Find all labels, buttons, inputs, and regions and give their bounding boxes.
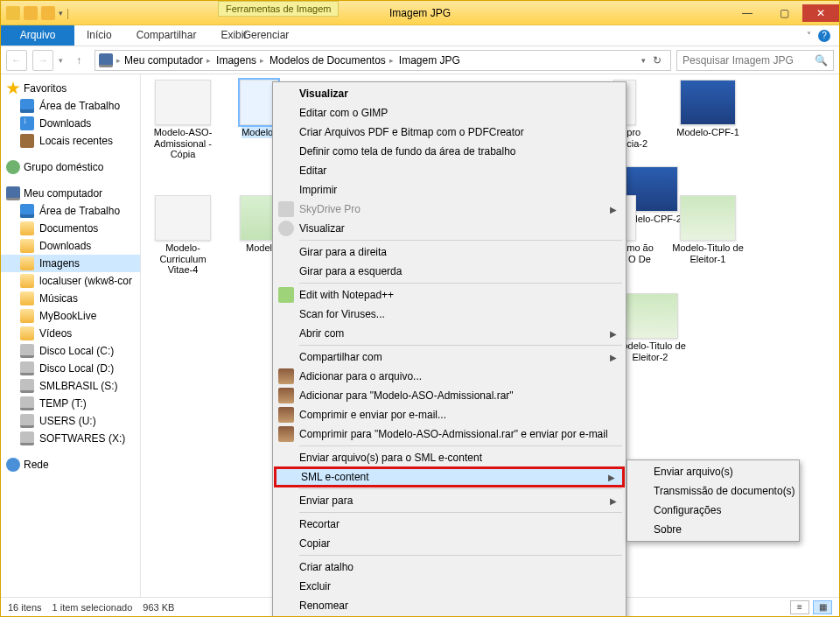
computer-icon (6, 186, 20, 200)
address-bar[interactable]: ▸Meu computador▸ Imagens▸ Modelos de Doc… (94, 50, 671, 71)
file-item[interactable]: Modelo-CPF-1 (671, 80, 745, 149)
crumb-root[interactable]: ▸Meu computador▸ (115, 54, 213, 67)
menu-item[interactable]: Visualizar (275, 219, 624, 238)
submenu-item[interactable]: Configurações (629, 501, 797, 520)
menu-item-label: Compartilhar com (299, 351, 382, 363)
view-details-button[interactable]: ≡ (790, 600, 809, 614)
menu-item-label: Excluir (299, 580, 331, 592)
help-icon[interactable]: ? (818, 30, 830, 42)
sidebar-favorites[interactable]: Favoritos (1, 80, 140, 97)
menu-item-label: Adicionar para o arquivo... (299, 370, 422, 382)
sidebar-network[interactable]: Rede (1, 456, 140, 473)
submenu-arrow-icon: ▶ (610, 329, 617, 339)
menu-item[interactable]: Edit with Notepad++ (275, 285, 624, 305)
menu-item[interactable]: Editar com o GIMP (275, 103, 624, 123)
crumb-3[interactable]: Imagem JPG (397, 54, 462, 67)
up-button[interactable]: ↑ (68, 50, 89, 71)
submenu-item[interactable]: Sobre (629, 520, 797, 539)
sidebar-comp-downloads[interactable]: Downloads (1, 237, 140, 255)
menu-item[interactable]: Compartilhar com▶ (275, 347, 624, 367)
sidebar-comp-mybook[interactable]: MyBookLive (1, 307, 140, 325)
address-dropdown-icon[interactable]: ▾ (641, 56, 646, 65)
menu-item[interactable]: Copiar (275, 534, 624, 553)
menu-item[interactable]: SML e-content▶ (275, 467, 624, 487)
file-item[interactable]: Modelo-Titulo de Eleitor-1 (671, 195, 745, 276)
sidebar-comp-music[interactable]: Músicas (1, 290, 140, 307)
view-icons-button[interactable]: ▦ (813, 600, 832, 614)
sidebar-comp-u[interactable]: USERS (U:) (1, 412, 140, 430)
thumbnail (680, 80, 736, 125)
submenu-item[interactable]: Transmissão de documento(s) (629, 481, 797, 501)
menu-item[interactable]: Definir como tela de fundo da área de tr… (275, 142, 624, 161)
tab-file[interactable]: Arquivo (1, 25, 74, 46)
tab-manage[interactable]: Gerenciar (227, 25, 305, 45)
menu-item-label: Scan for Viruses... (299, 308, 385, 320)
minimize-button[interactable]: — (729, 4, 766, 22)
file-item[interactable]: Modelo-ASO-Admissional - Cópia (146, 80, 220, 160)
ribbon-expand-icon[interactable]: ˅ (807, 31, 811, 40)
sidebar-fav-desktop[interactable]: Área de Trabalho (1, 97, 140, 115)
sidebar-comp-t[interactable]: TEMP (T:) (1, 395, 140, 412)
menu-item-label: Definir como tela de fundo da área de tr… (299, 145, 516, 158)
tab-home[interactable]: Início (74, 25, 124, 46)
sidebar-comp-desktop[interactable]: Área de Trabalho (1, 202, 140, 220)
menu-item[interactable]: Excluir (275, 577, 624, 596)
sidebar-homegroup[interactable]: Grupo doméstico (1, 158, 140, 176)
tab-share[interactable]: Compartilhar (124, 25, 209, 46)
menu-item[interactable]: Abrir com▶ (275, 324, 624, 343)
sidebar-comp-c[interactable]: Disco Local (C:) (1, 342, 140, 360)
menu-item-label: Visualizar (299, 222, 345, 235)
sidebar-fav-downloads[interactable]: Downloads (1, 115, 140, 132)
menu-item[interactable]: Girar para a esquerda (275, 262, 624, 281)
forward-button[interactable]: → (32, 50, 53, 71)
crumb-1[interactable]: Imagens▸ (214, 54, 266, 67)
sidebar-comp-s[interactable]: SMLBRASIL (S:) (1, 377, 140, 395)
back-button[interactable]: ← (6, 50, 27, 71)
sidebar-comp-localuser[interactable]: localuser (wkw8-cor (1, 272, 140, 290)
menu-item[interactable]: Comprimir para "Modelo-ASO-Admissional.r… (275, 424, 624, 444)
menu-item[interactable]: Imprimir (275, 180, 624, 200)
sidebar-comp-documents[interactable]: Documentos (1, 220, 140, 237)
menu-item[interactable]: Adicionar para o arquivo... (275, 367, 624, 386)
search-box[interactable]: Pesquisar Imagem JPG 🔍 (676, 50, 834, 71)
menu-item[interactable]: Criar Arquivos PDF e Bitmap com o PDFCre… (275, 123, 624, 142)
file-label: Modelo-Curriculum Vitae-4 (146, 242, 220, 276)
menu-item[interactable]: Comprimir e enviar por e-mail... (275, 405, 624, 424)
eye-icon (278, 221, 294, 236)
qat-dropdown-icon[interactable]: ▾ (59, 9, 63, 18)
menu-separator (299, 512, 622, 513)
menu-item[interactable]: Editar (275, 161, 624, 180)
sidebar-comp-d[interactable]: Disco Local (D:) (1, 360, 140, 377)
refresh-button[interactable]: ↻ (648, 54, 667, 67)
history-dropdown-icon[interactable]: ▾ (59, 56, 63, 65)
file-item[interactable]: Modelo-Curriculum Vitae-4 (146, 195, 220, 276)
menu-item[interactable]: Enviar para▶ (275, 491, 624, 510)
close-button[interactable]: ✕ (802, 4, 839, 22)
menu-item-label: Girar para a direita (299, 246, 387, 258)
submenu-item-label: Configurações (654, 504, 721, 516)
sidebar-fav-recent[interactable]: Locais recentes (1, 132, 140, 150)
submenu-item[interactable]: Enviar arquivo(s) (629, 462, 797, 481)
menu-separator (299, 488, 622, 489)
sidebar-comp-images[interactable]: Imagens (1, 255, 140, 272)
desktop-icon (20, 204, 34, 218)
crumb-2[interactable]: Modelos de Documentos▸ (268, 54, 396, 67)
menu-item-label: SkyDrive Pro (299, 203, 360, 215)
qat-properties-icon[interactable] (41, 6, 55, 20)
sidebar-comp-videos[interactable]: Vídeos (1, 325, 140, 342)
menu-item[interactable]: Renomear (275, 596, 624, 615)
sidebar-comp-x[interactable]: SOFTWARES (X:) (1, 430, 140, 447)
menu-item[interactable]: Adicionar para "Modelo-ASO-Admissional.r… (275, 386, 624, 405)
menu-item[interactable]: Criar atalho (275, 557, 624, 577)
status-selection: 1 item selecionado (52, 602, 133, 613)
qat-newfolder-icon[interactable] (24, 6, 38, 20)
menu-item-label: Criar atalho (299, 561, 354, 573)
maximize-button[interactable]: ▢ (766, 4, 802, 22)
menu-item[interactable]: Recortar (275, 515, 624, 534)
menu-item[interactable]: Girar para a direita (275, 242, 624, 262)
menu-item[interactable]: Visualizar (275, 84, 624, 103)
sidebar-computer[interactable]: Meu computador (1, 185, 140, 202)
menu-item[interactable]: Enviar arquivo(s) para o SML e-content (275, 448, 624, 467)
menu-item[interactable]: Scan for Viruses... (275, 305, 624, 324)
menu-item-label: Girar para a esquerda (299, 265, 402, 277)
